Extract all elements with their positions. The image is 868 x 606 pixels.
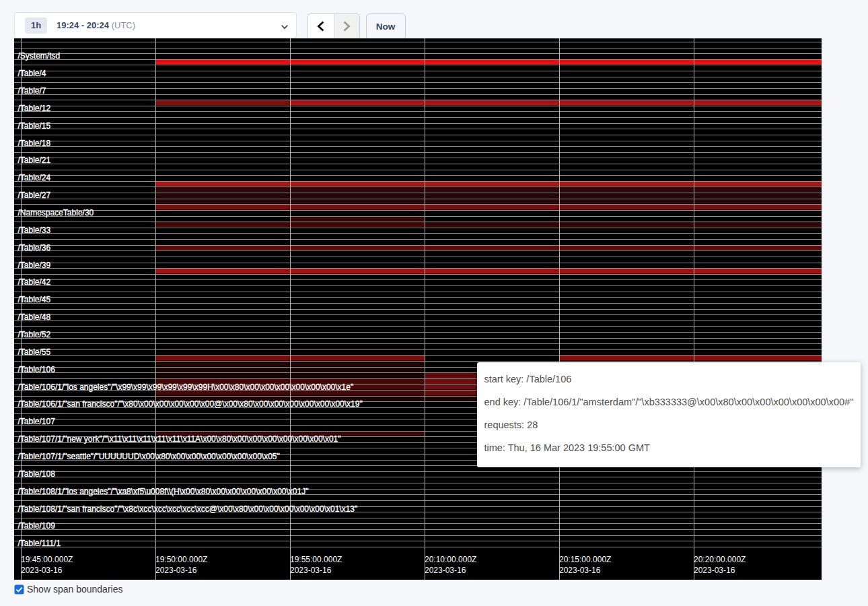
svg-text:/Table/52: /Table/52 [18, 330, 51, 339]
svg-text:19:55:00.000Z: 19:55:00.000Z [290, 555, 342, 564]
svg-text:20:15:00.000Z: 20:15:00.000Z [559, 555, 611, 564]
svg-text:/Table/4: /Table/4 [18, 69, 46, 78]
svg-text:/Table/106/1/"los angeles"/"\x: /Table/106/1/"los angeles"/"\x99\x99\x99… [18, 382, 354, 392]
svg-text:/Table/111/1: /Table/111/1 [18, 539, 61, 548]
svg-text:/Table/109: /Table/109 [18, 521, 56, 531]
svg-text:/Table/33: /Table/33 [18, 226, 51, 235]
svg-text:/Table/18: /Table/18 [18, 139, 51, 148]
svg-text:2023-03-16: 2023-03-16 [290, 566, 332, 575]
svg-text:/Table/12: /Table/12 [18, 104, 51, 113]
svg-text:/System/tsd: /System/tsd [18, 51, 61, 61]
svg-text:/Table/27: /Table/27 [18, 191, 51, 200]
svg-text:/Table/48: /Table/48 [18, 312, 51, 322]
svg-text:19:45:00.000Z: 19:45:00.000Z [21, 555, 73, 564]
svg-text:/Table/21: /Table/21 [18, 156, 51, 165]
svg-text:/NamespaceTable/30: /NamespaceTable/30 [18, 208, 94, 217]
svg-text:20:10:00.000Z: 20:10:00.000Z [425, 555, 476, 564]
svg-text:/Table/107/1/"seattle"/"UUUUUU: /Table/107/1/"seattle"/"UUUUUUD\x00\x80\… [18, 452, 280, 461]
svg-text:19:50:00.000Z: 19:50:00.000Z [155, 555, 207, 564]
svg-text:/Table/36: /Table/36 [18, 243, 51, 252]
svg-text:/Table/108/1/"los angeles"/"\x: /Table/108/1/"los angeles"/"\xa8\xf5\u00… [18, 487, 309, 496]
svg-text:/Table/106: /Table/106 [18, 365, 56, 374]
svg-text:/Table/42: /Table/42 [18, 277, 51, 287]
svg-text:/Table/15: /Table/15 [18, 121, 51, 131]
svg-text:/Table/106/1/"san francisco"/": /Table/106/1/"san francisco"/"\x80\x00\x… [18, 399, 363, 409]
svg-text:/Table/55: /Table/55 [18, 347, 51, 357]
svg-text:2023-03-16: 2023-03-16 [155, 566, 197, 575]
svg-text:/Table/45: /Table/45 [18, 295, 51, 304]
svg-text:/Table/7: /Table/7 [18, 86, 46, 96]
svg-text:/Table/39: /Table/39 [18, 261, 51, 270]
svg-text:/Table/107/1/"new york"/"\x11\: /Table/107/1/"new york"/"\x11\x11\x11\x1… [18, 434, 341, 444]
svg-text:/Table/108: /Table/108 [18, 469, 56, 479]
svg-text:/Table/107: /Table/107 [18, 417, 56, 426]
svg-text:2023-03-16: 2023-03-16 [559, 566, 601, 575]
svg-text:/Table/108/1/"san francisco"/": /Table/108/1/"san francisco"/"\x8c\xcc\x… [18, 504, 358, 514]
svg-text:2023-03-16: 2023-03-16 [21, 566, 63, 575]
svg-text:2023-03-16: 2023-03-16 [425, 566, 466, 575]
svg-text:/Table/24: /Table/24 [18, 173, 51, 182]
svg-text:20:20:00.000Z: 20:20:00.000Z [694, 555, 746, 564]
svg-text:2023-03-16: 2023-03-16 [694, 566, 735, 575]
